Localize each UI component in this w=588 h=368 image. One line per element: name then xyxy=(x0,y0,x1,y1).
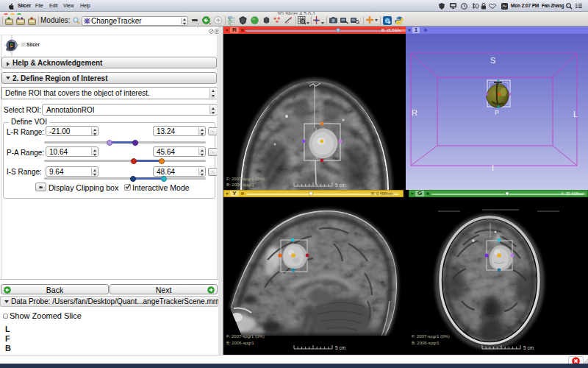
svg-text:5 cm: 5 cm xyxy=(335,183,345,188)
svg-text:5 cm: 5 cm xyxy=(335,345,345,350)
svg-text:5 cm: 5 cm xyxy=(523,345,534,350)
svg-text:B: 2006-spgr1: B: 2006-spgr1 xyxy=(226,183,254,187)
svg-text:S: S xyxy=(490,56,495,65)
svg-text:F: 2007-spgr1 (0%): F: 2007-spgr1 (0%) xyxy=(412,334,450,339)
svg-text:R: R xyxy=(412,108,417,117)
svg-text:P: P xyxy=(495,109,499,116)
svg-text:I: I xyxy=(492,163,494,172)
svg-text:F: 2007-spgr1 (0%): F: 2007-spgr1 (0%) xyxy=(226,177,265,181)
svg-text:L: L xyxy=(573,110,578,118)
svg-text:B: 2006-spgr1: B: 2006-spgr1 xyxy=(226,341,254,345)
svg-text:F: 2007-spgr1 (0%): F: 2007-spgr1 (0%) xyxy=(226,334,265,339)
svg-text:B: 2006-spgr1: B: 2006-spgr1 xyxy=(412,341,440,345)
